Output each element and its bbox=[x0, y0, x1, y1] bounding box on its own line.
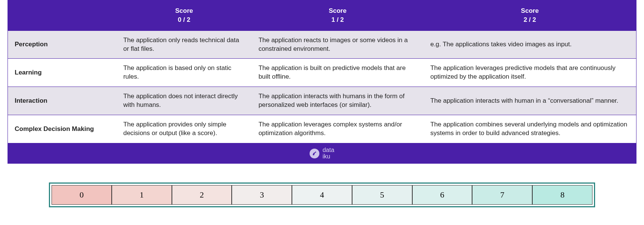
row-category: Interaction bbox=[8, 87, 117, 115]
rubric-cell: The application leverages complex system… bbox=[252, 115, 424, 143]
rubric-cell: The application only reads technical dat… bbox=[117, 30, 252, 59]
score-scale: 012345678 bbox=[49, 182, 595, 207]
table-row: Learning The application is based only o… bbox=[8, 59, 636, 87]
rubric-cell: The application reacts to images or some… bbox=[252, 30, 424, 59]
scale-cell-8: 8 bbox=[532, 185, 592, 205]
header-score-2-2: Score 2 / 2 bbox=[424, 0, 636, 31]
row-category: Complex Decision Making bbox=[8, 115, 117, 143]
table-row: PerceptionThe application only reads tec… bbox=[8, 30, 636, 59]
scale-cell-3: 3 bbox=[232, 185, 292, 205]
row-category: Perception bbox=[8, 30, 117, 59]
header-score-0-2: Score 0 / 2 bbox=[117, 0, 252, 31]
header-empty bbox=[8, 0, 117, 31]
rubric-cell: The application is built on predictive m… bbox=[252, 59, 424, 87]
rubric-cell: The application interacts with human in … bbox=[424, 87, 636, 115]
header-score-1-2: Score 1 / 2 bbox=[252, 0, 424, 31]
scale-cell-7: 7 bbox=[472, 185, 532, 205]
rubric-cell: The application combines several underly… bbox=[424, 115, 636, 143]
scale-cell-5: 5 bbox=[352, 185, 412, 205]
row-category: Learning bbox=[8, 59, 117, 87]
scale-cell-6: 6 bbox=[412, 185, 472, 205]
rubric-cell: The application is based only on static … bbox=[117, 59, 252, 87]
rubric-cell: The application provides only simple dec… bbox=[117, 115, 252, 143]
rubric-cell: e.g. The applications takes video images… bbox=[424, 30, 636, 59]
rubric-cell: The application interacts with humans in… bbox=[252, 87, 424, 115]
footer-brand-text: data iku bbox=[322, 147, 334, 160]
scale-cell-1: 1 bbox=[112, 185, 172, 205]
scale-cell-0: 0 bbox=[52, 185, 112, 205]
scale-cell-4: 4 bbox=[292, 185, 352, 205]
rubric-cell: The application leverages predictive mod… bbox=[424, 59, 636, 87]
table-row: InteractionThe application does not inte… bbox=[8, 87, 636, 115]
table-row: Complex Decision MakingThe application p… bbox=[8, 115, 636, 143]
footer-bar: data iku bbox=[8, 143, 636, 164]
rubric-cell: The application does not interact direct… bbox=[117, 87, 252, 115]
scale-cell-2: 2 bbox=[172, 185, 232, 205]
dataiku-logo-icon bbox=[310, 149, 319, 158]
scoring-rubric-table: Score 0 / 2 Score 1 / 2 Score 2 / 2 Perc… bbox=[8, 0, 636, 143]
